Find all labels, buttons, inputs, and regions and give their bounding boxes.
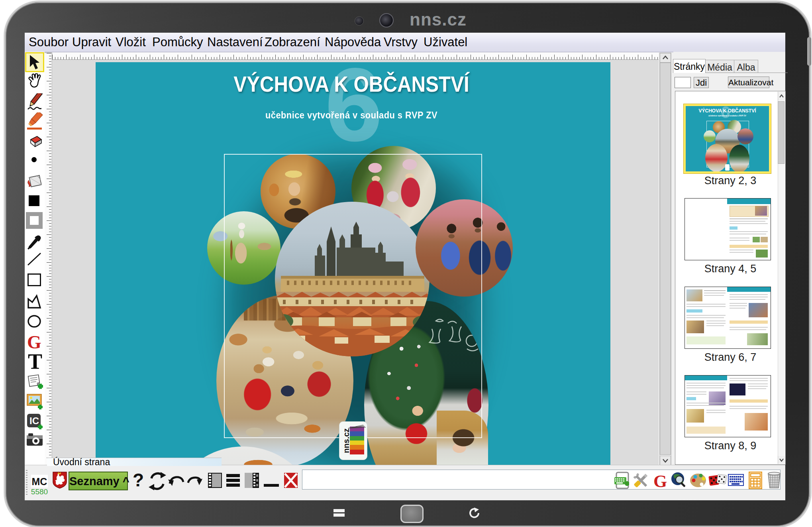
svg-text:IC: IC — [29, 415, 39, 426]
